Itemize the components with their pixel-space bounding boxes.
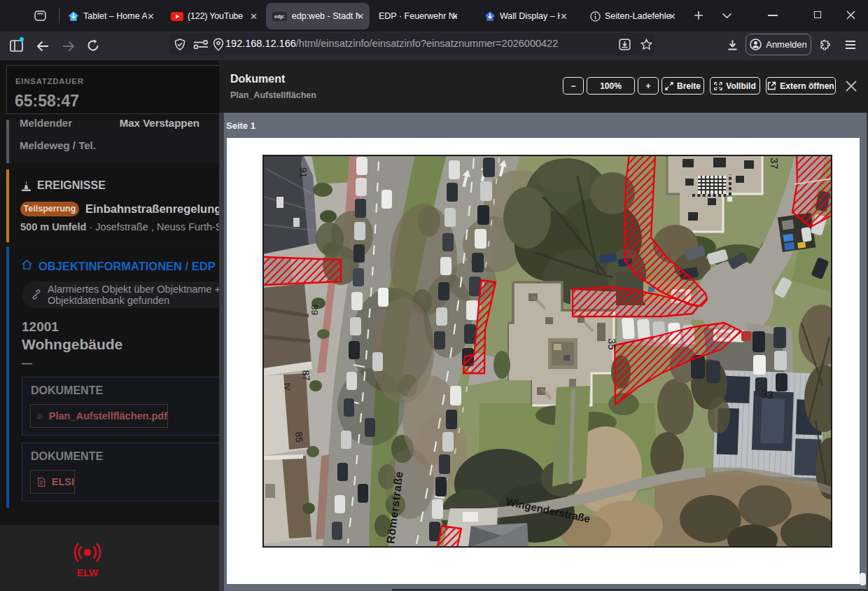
svg-text:91: 91: [298, 167, 309, 178]
svg-text:89: 89: [309, 305, 320, 315]
svg-text:35: 35: [606, 338, 618, 350]
svg-text:87: 87: [300, 370, 312, 381]
svg-text:IV: IV: [282, 382, 293, 391]
svg-text:33: 33: [761, 387, 774, 401]
svg-text:37: 37: [769, 158, 780, 169]
svg-text:85: 85: [293, 431, 304, 443]
